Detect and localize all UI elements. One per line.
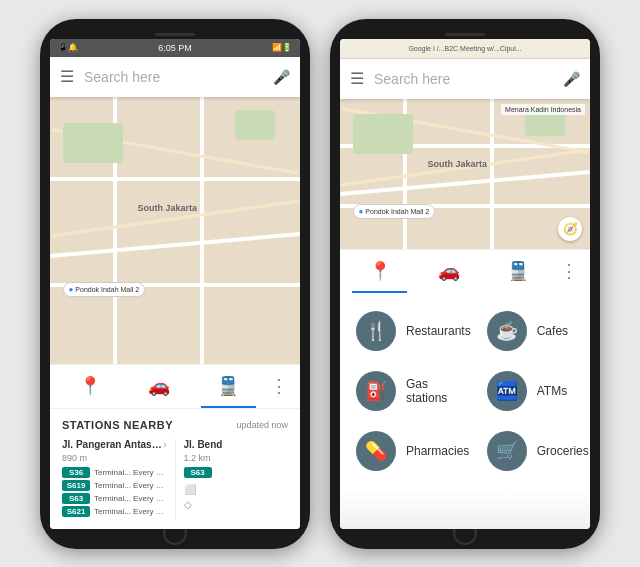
- map-marker-2: ● Pondok Indah Mall 2: [353, 204, 436, 219]
- road2-2: [340, 170, 589, 196]
- road-1: [50, 177, 300, 181]
- road-2: [50, 232, 299, 258]
- search-placeholder-1[interactable]: Search here: [84, 69, 263, 85]
- stations-updated: updated now: [236, 420, 288, 430]
- bus-row-s36: S36 Terminal... Every 30 min: [62, 467, 167, 478]
- pharmacy-label: Pharmacies: [406, 444, 469, 458]
- mic-icon-1[interactable]: 🎤: [273, 69, 290, 85]
- category-pharmacies[interactable]: 💊 Pharmacies: [350, 423, 477, 479]
- status-right-icons: 📶🔋: [272, 43, 292, 52]
- tab-train[interactable]: 🚆: [194, 365, 263, 408]
- tab-drive[interactable]: 🚗: [124, 365, 193, 408]
- category-gas-stations[interactable]: ⛽ Gas stations: [350, 363, 477, 419]
- alt-transport-icon: ⬜: [184, 484, 289, 495]
- category-restaurants[interactable]: 🍴 Restaurants: [350, 303, 477, 359]
- phone-2: Google I /... B2C Meeting w/... Cipul...…: [330, 19, 600, 549]
- atm-circle: 🏧: [487, 371, 527, 411]
- menara-label: Menara Kadin Indonesia: [501, 104, 585, 115]
- category-atms[interactable]: 🏧 ATMs: [481, 363, 590, 419]
- tab-train-2[interactable]: 🚆: [484, 250, 553, 293]
- tab-pin-2[interactable]: 📍: [345, 250, 414, 293]
- map-bg-1: South Jakarta ● Pondok Indah Mall 2: [50, 97, 300, 364]
- station-name-1: Jl. Pangeran Antasari: [62, 439, 163, 450]
- bus-info-s36: Terminal... Every 30 min: [94, 468, 167, 477]
- menu-icon-2[interactable]: ☰: [350, 69, 364, 88]
- top-chip-2: B2C Meeting w/...: [445, 45, 500, 52]
- car-icon: 🚗: [148, 375, 170, 397]
- green-area-3: [353, 114, 413, 154]
- top-chips-bar: Google I /... B2C Meeting w/... Cipul...: [340, 39, 590, 59]
- tab-more-1[interactable]: ⋮: [263, 375, 295, 397]
- phone-home-button-area-2: [340, 529, 590, 537]
- green-area-2: [235, 110, 275, 140]
- bus-badge-s63: S63: [62, 493, 90, 504]
- map-center-label-2: South Jakarta: [428, 159, 488, 169]
- bus-badge-s63-2: S63: [184, 467, 212, 478]
- status-bar-1: 📱🔔 6:05 PM 📶🔋: [50, 39, 300, 57]
- speaker-grille: [155, 33, 195, 36]
- phone-1: 📱🔔 6:05 PM 📶🔋 ☰ Search here 🎤: [40, 19, 310, 549]
- coffee-icon: ☕: [496, 320, 518, 342]
- search-placeholder-2[interactable]: Search here: [374, 71, 553, 87]
- stations-panel: STATIONS NEARBY updated now Jl. Pangeran…: [50, 408, 300, 529]
- cafes-label: Cafes: [537, 324, 568, 338]
- menu-icon[interactable]: ☰: [60, 67, 74, 86]
- pin-icon-2: 📍: [369, 260, 391, 282]
- stations-header: STATIONS NEARBY updated now: [62, 419, 288, 431]
- station-distance-1: 890 m: [62, 453, 167, 463]
- gas-circle: ⛽: [356, 371, 396, 411]
- station-name-2: Jl. Bend: [184, 439, 223, 450]
- restaurants-circle: 🍴: [356, 311, 396, 351]
- stations-title: STATIONS NEARBY: [62, 419, 173, 431]
- bus-row-s63: S63 Terminal... Every 25 min: [62, 493, 167, 504]
- map-marker-1: ● Pondok Indah Mall 2: [63, 282, 146, 297]
- tab-more-2[interactable]: ⋮: [553, 260, 585, 282]
- road2-5: [490, 99, 494, 249]
- station-distance-2: 1.2 km: [184, 453, 289, 463]
- mic-icon-2[interactable]: 🎤: [563, 71, 580, 87]
- top-chip-1: Google I /...: [408, 45, 444, 52]
- fork-knife-icon: 🍴: [365, 320, 387, 342]
- gas-label: Gas stations: [406, 377, 471, 405]
- green-area-1: [63, 123, 123, 163]
- pin-icon: 📍: [79, 375, 101, 397]
- map-center-label-1: South Jakarta: [138, 203, 198, 213]
- bottom-fade: [340, 489, 590, 529]
- phone-1-screen: 📱🔔 6:05 PM 📶🔋 ☰ Search here 🎤: [50, 39, 300, 529]
- bus-info-s621: Terminal... Every 20 min: [94, 507, 167, 516]
- search-bar-2[interactable]: ☰ Search here 🎤: [340, 59, 590, 99]
- search-bar-1[interactable]: ☰ Search here 🎤: [50, 57, 300, 97]
- station-name-row-1: Jl. Pangeran Antasari ›: [62, 439, 167, 450]
- tabs-bar-2: 📍 🚗 🚆 ⋮: [340, 249, 590, 293]
- phone-speaker-area: [50, 31, 300, 39]
- groceries-label: Groceries: [537, 444, 589, 458]
- gas-pump-icon: ⛽: [365, 380, 387, 402]
- bus-badge-s619: S619: [62, 480, 90, 491]
- station-card-2[interactable]: Jl. Bend 1.2 km S63 ⬜ ◇: [175, 439, 289, 519]
- phone-2-screen: Google I /... B2C Meeting w/... Cipul...…: [340, 39, 590, 529]
- station-list: Jl. Pangeran Antasari › 890 m S36 Termin…: [62, 439, 288, 519]
- category-groceries[interactable]: 🛒 Groceries: [481, 423, 590, 479]
- map-area-2: Menara Kadin Indonesia South Jakarta ● P…: [340, 99, 590, 249]
- road-5: [200, 97, 204, 364]
- top-chip-3: Cipul...: [500, 45, 522, 52]
- car-icon-2: 🚗: [438, 260, 460, 282]
- map-bg-2: Menara Kadin Indonesia South Jakarta ● P…: [340, 99, 590, 249]
- station-card-1[interactable]: Jl. Pangeran Antasari › 890 m S36 Termin…: [62, 439, 167, 519]
- status-time: 6:05 PM: [158, 43, 192, 53]
- status-left-icons: 📱🔔: [58, 43, 78, 52]
- cafes-circle: ☕: [487, 311, 527, 351]
- bus-info-s619: Terminal... Every 15 min: [94, 481, 167, 490]
- bus-badge-s621: S621: [62, 506, 90, 517]
- bus-badge-s36: S36: [62, 467, 90, 478]
- train-icon: 🚆: [217, 375, 239, 397]
- map-area-1: South Jakarta ● Pondok Indah Mall 2: [50, 97, 300, 364]
- compass-button[interactable]: 🧭: [558, 217, 582, 241]
- phone-home-button-area-1: [50, 529, 300, 537]
- tab-drive-2[interactable]: 🚗: [414, 250, 483, 293]
- bus-row-s619: S619 Terminal... Every 15 min: [62, 480, 167, 491]
- categories-grid: 🍴 Restaurants ☕ Cafes ⛽ Gas stations 🏧: [340, 293, 590, 489]
- chevron-right-icon-1: ›: [163, 439, 166, 450]
- tab-transit-icon[interactable]: 📍: [55, 365, 124, 408]
- category-cafes[interactable]: ☕ Cafes: [481, 303, 590, 359]
